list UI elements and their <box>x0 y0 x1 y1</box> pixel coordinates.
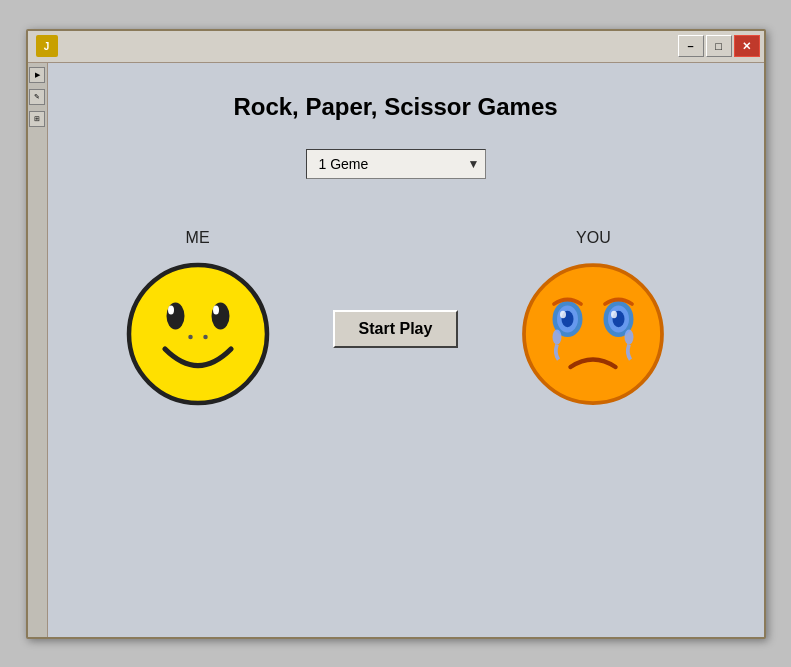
svg-point-3 <box>168 305 174 314</box>
svg-point-6 <box>203 334 208 339</box>
players-area: ME <box>48 229 744 409</box>
tool-item-1[interactable]: ▶ <box>29 67 45 83</box>
middle-section: Start Play <box>333 290 459 348</box>
java-icon: J <box>36 35 58 57</box>
svg-point-16 <box>553 329 562 344</box>
dropdown-container: 1 Geme 3 Games 5 Games ▼ <box>306 149 486 179</box>
svg-point-4 <box>213 305 219 314</box>
dropdown-wrapper: 1 Geme 3 Games 5 Games ▼ <box>306 149 486 179</box>
title-bar: J – □ ✕ <box>28 31 764 63</box>
close-button[interactable]: ✕ <box>734 35 760 57</box>
maximize-button[interactable]: □ <box>706 35 732 57</box>
title-bar-left: J <box>36 35 58 57</box>
page-title: Rock, Paper, Scissor Games <box>233 93 557 121</box>
game-select[interactable]: 1 Geme 3 Games 5 Games <box>306 149 486 179</box>
player-you-label: YOU <box>576 229 611 247</box>
side-toolbar: ▶ ✎ ⊞ <box>28 63 48 637</box>
player-you-section: YOU <box>518 229 668 409</box>
main-window: J – □ ✕ ▶ ✎ ⊞ Rock, Paper, Scissor Games… <box>26 29 766 639</box>
svg-point-15 <box>611 310 617 318</box>
svg-point-11 <box>560 310 566 318</box>
window-body: ▶ ✎ ⊞ Rock, Paper, Scissor Games 1 Geme … <box>28 63 764 637</box>
sad-face-icon <box>518 259 668 409</box>
player-me-section: ME <box>123 229 273 409</box>
svg-point-5 <box>188 334 193 339</box>
player-me-label: ME <box>186 229 210 247</box>
title-bar-buttons: – □ ✕ <box>678 35 760 57</box>
svg-point-17 <box>625 329 634 344</box>
svg-point-7 <box>524 265 662 403</box>
svg-point-0 <box>129 265 267 403</box>
tool-item-3[interactable]: ⊞ <box>29 111 45 127</box>
tool-item-2[interactable]: ✎ <box>29 89 45 105</box>
start-play-button[interactable]: Start Play <box>333 310 459 348</box>
minimize-button[interactable]: – <box>678 35 704 57</box>
smiley-face-icon <box>123 259 273 409</box>
